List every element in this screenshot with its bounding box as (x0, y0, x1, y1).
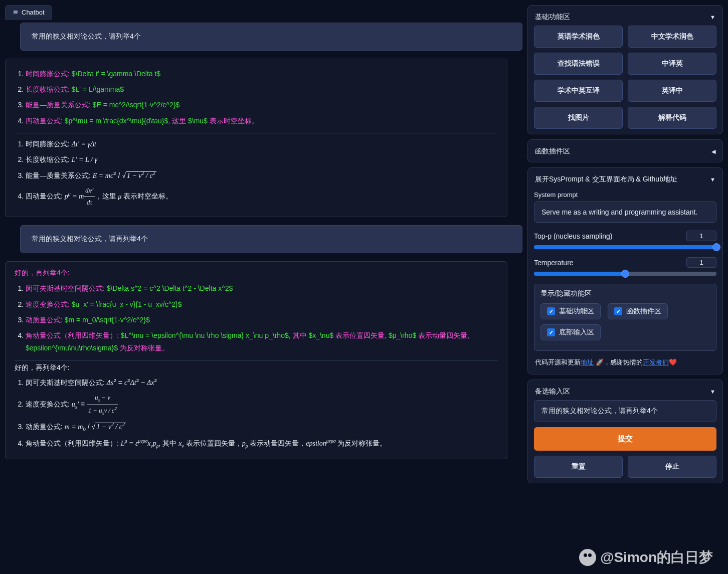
user-text: 常用的狭义相对论公式，请再列举4个 (32, 235, 148, 243)
temp-slider[interactable] (534, 272, 716, 276)
func-btn-zh-en[interactable]: 中译英 (628, 53, 716, 75)
heart-icon: ❤️ (669, 358, 677, 366)
panel-header[interactable]: 函数插件区 ◀ (534, 145, 716, 157)
panel-plugins: 函数插件区 ◀ (527, 139, 723, 162)
panel-basic: 基础功能区 ▼ 英语学术润色 中文学术润色 查找语法错误 中译英 学术中英互译 … (527, 5, 723, 134)
func-btn-english-polish[interactable]: 英语学术润色 (534, 26, 623, 48)
chat-pane: Chatbot 常用的狭义相对论公式，请列举4个 时间膨胀公式: $\Delta… (5, 5, 522, 483)
chevron-down-icon: ▼ (710, 176, 715, 182)
visibility-box: 显示/隐藏功能区 ✓ 基础功能区 ✓ 函数插件区 ✓ 底部输入区 (534, 284, 716, 351)
temp-value[interactable]: 1 (686, 257, 716, 268)
formula-list-rendered: 闵可夫斯基时空间隔公式: Δs2 = c2Δt2 − Δx2 速度变换公式: u… (15, 374, 498, 452)
check-icon: ✓ (547, 328, 555, 336)
chevron-down-icon: ▼ (710, 14, 715, 20)
button-grid: 英语学术润色 中文学术润色 查找语法错误 中译英 学术中英互译 英译中 找图片 … (534, 26, 716, 129)
formula-list-raw: 闵可夫斯基时空间隔公式: $\Delta s^2 = c^2 \Delta t^… (15, 281, 498, 356)
system-prompt-label: System prompt (534, 191, 716, 199)
panel-header[interactable]: 备选输入区 ▼ (534, 385, 716, 400)
checkbox-bottom-input[interactable]: ✓ 底部输入区 (540, 324, 601, 340)
user-message: 常用的狭义相对论公式，请列举4个 (20, 23, 522, 51)
user-message: 常用的狭义相对论公式，请再列举4个 (20, 225, 522, 253)
topp-slider[interactable] (534, 245, 716, 249)
bot-message: 好的，再列举4个: 闵可夫斯基时空间隔公式: $\Delta s^2 = c^2… (5, 261, 507, 459)
check-icon: ✓ (547, 307, 555, 315)
formula-list-rendered: 时间膨胀公式: Δt' = γΔt 长度收缩公式: L' = L / γ 能量—… (15, 136, 498, 210)
func-btn-academic-trans[interactable]: 学术中英互译 (534, 80, 623, 102)
chevron-left-icon: ◀ (711, 148, 715, 155)
alt-input[interactable]: 常用的狭义相对论公式，请再列举4个 (534, 400, 716, 422)
separator (15, 360, 498, 360)
panel-header[interactable]: 展开SysPrompt & 交互界面布局 & Github地址 ▼ (534, 173, 716, 188)
func-btn-grammar[interactable]: 查找语法错误 (534, 53, 623, 75)
tab-bar: Chatbot (5, 5, 522, 20)
temp-label: Temperature (534, 259, 574, 267)
bot-message: 时间膨胀公式: $\Delta t' = \gamma \Delta t$ 长度… (5, 59, 507, 217)
devs-link[interactable]: 开发者们 (643, 358, 669, 366)
rocket-icon: 🚀 (596, 358, 604, 366)
topp-label: Top-p (nucleus sampling) (534, 232, 612, 240)
stop-button[interactable]: 停止 (628, 456, 716, 478)
chat-icon (13, 10, 19, 16)
user-text: 常用的狭义相对论公式，请列举4个 (32, 32, 141, 40)
panel-expand: 展开SysPrompt & 交互界面布局 & Github地址 ▼ System… (527, 167, 723, 374)
system-prompt-input[interactable]: Serve me as a writing and programming as… (534, 202, 716, 223)
tab-label: Chatbot (22, 9, 45, 16)
topp-value[interactable]: 1 (686, 231, 716, 241)
side-pane: 基础功能区 ▼ 英语学术润色 中文学术润色 查找语法错误 中译英 学术中英互译 … (527, 5, 723, 483)
func-btn-chinese-polish[interactable]: 中文学术润色 (628, 26, 716, 48)
submit-button[interactable]: 提交 (534, 427, 716, 451)
temp-slider-row: Temperature 1 (534, 257, 716, 276)
checkbox-basic[interactable]: ✓ 基础功能区 (540, 303, 601, 319)
func-btn-find-image[interactable]: 找图片 (534, 107, 623, 129)
check-icon: ✓ (614, 307, 622, 315)
chat-area: 常用的狭义相对论公式，请列举4个 时间膨胀公式: $\Delta t' = \g… (5, 23, 522, 459)
panel-header[interactable]: 基础功能区 ▼ (534, 11, 716, 26)
func-btn-explain-code[interactable]: 解释代码 (628, 107, 716, 129)
reset-button[interactable]: 重置 (534, 456, 623, 478)
checkbox-plugins[interactable]: ✓ 函数插件区 (608, 303, 668, 319)
chevron-down-icon: ▼ (710, 389, 715, 395)
formula-list-raw: 时间膨胀公式: $\Delta t' = \gamma \Delta t$ 长度… (15, 66, 498, 129)
separator (15, 133, 498, 133)
topp-slider-row: Top-p (nucleus sampling) 1 (534, 231, 716, 249)
func-btn-en-zh[interactable]: 英译中 (628, 80, 716, 102)
visibility-title: 显示/隐藏功能区 (540, 289, 710, 298)
tab-chatbot[interactable]: Chatbot (5, 5, 52, 20)
repo-link[interactable]: 地址 (581, 358, 594, 366)
panel-input: 备选输入区 ▼ 常用的狭义相对论公式，请再列举4个 提交 重置 停止 (527, 379, 723, 483)
links-line: 代码开源和更新地址 🚀，感谢热情的开发者们❤️ (534, 358, 716, 369)
